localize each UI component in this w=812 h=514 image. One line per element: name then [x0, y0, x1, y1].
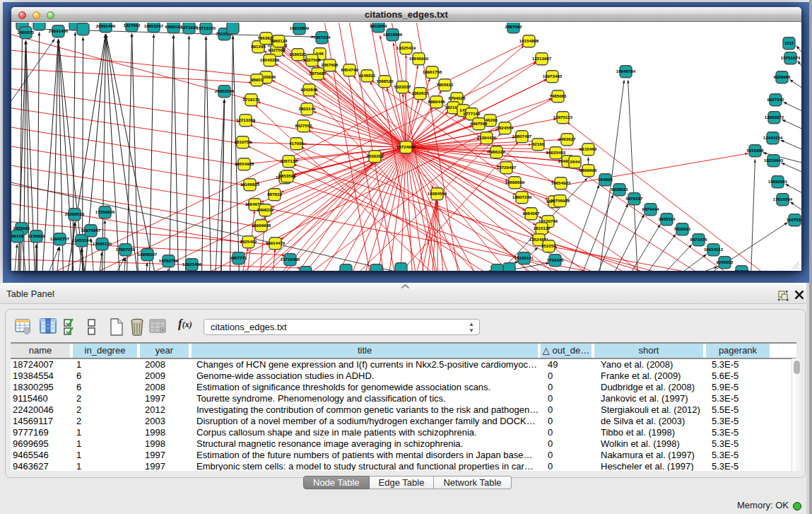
svg-text:9084067: 9084067: [522, 211, 540, 216]
svg-text:20891406: 20891406: [96, 24, 116, 29]
svg-text:20691406: 20691406: [49, 29, 69, 34]
svg-text:8813054: 8813054: [370, 24, 387, 29]
svg-text:1010753: 1010753: [234, 140, 252, 145]
svg-text:18807249: 18807249: [512, 195, 532, 200]
svg-text:9115460: 9115460: [580, 147, 597, 152]
svg-text:5875685: 5875685: [309, 71, 326, 76]
svg-text:18640910: 18640910: [409, 57, 429, 62]
svg-text:21364436: 21364436: [477, 136, 497, 141]
svg-text:9329966: 9329966: [773, 75, 791, 80]
svg-text:6653594: 6653594: [278, 174, 296, 179]
svg-text:7357224: 7357224: [313, 35, 331, 40]
svg-text:8938923: 8938923: [611, 187, 628, 192]
svg-text:12923466: 12923466: [182, 262, 202, 267]
svg-text:20756928: 20756928: [551, 199, 570, 204]
svg-text:12213369: 12213369: [236, 118, 256, 123]
svg-text:14136141: 14136141: [514, 256, 534, 261]
svg-text:12505135: 12505135: [93, 242, 112, 247]
svg-text:1156829: 1156829: [28, 234, 45, 239]
svg-text:1615132: 1615132: [533, 226, 551, 231]
svg-text:8471676: 8471676: [690, 238, 707, 243]
svg-text:98901: 98901: [251, 78, 264, 83]
svg-text:12444154: 12444154: [763, 136, 783, 141]
svg-text:6497568: 6497568: [470, 122, 488, 127]
svg-text:19218506: 19218506: [383, 33, 403, 37]
svg-text:15692901: 15692901: [768, 180, 788, 185]
svg-text:10653267: 10653267: [144, 24, 164, 29]
svg-text:19654923: 19654923: [551, 181, 571, 186]
svg-text:10210643: 10210643: [764, 158, 784, 163]
svg-text:2935114: 2935114: [659, 217, 676, 222]
svg-text:16648784: 16648784: [616, 69, 636, 74]
svg-text:9699695: 9699695: [579, 168, 597, 173]
svg-text:16782759: 16782759: [159, 259, 179, 264]
svg-text:10958107: 10958107: [138, 252, 158, 257]
svg-text:2687682: 2687682: [505, 25, 522, 30]
svg-text:7955812: 7955812: [436, 83, 454, 88]
svg-text:17359926: 17359926: [95, 210, 115, 215]
svg-text:13325419: 13325419: [396, 46, 416, 51]
svg-text:17016504: 17016504: [773, 197, 793, 202]
svg-text:2644: 2644: [570, 160, 580, 165]
svg-text:2405572: 2405572: [17, 30, 35, 35]
svg-text:10654112: 10654112: [704, 247, 724, 252]
svg-text:7632621: 7632621: [673, 227, 691, 232]
svg-text:9146821: 9146821: [358, 74, 376, 78]
svg-text:3267130: 3267130: [280, 159, 298, 164]
svg-text:5215958: 5215958: [746, 148, 764, 153]
svg-text:20206526: 20206526: [65, 212, 85, 217]
svg-text:19384554: 19384554: [428, 192, 447, 197]
svg-text:1071918: 1071918: [180, 25, 198, 30]
svg-text:8186323: 8186323: [289, 52, 307, 57]
svg-text:9857771: 9857771: [230, 256, 247, 261]
svg-text:15909948: 15909948: [252, 223, 271, 228]
svg-text:11451194: 11451194: [72, 238, 91, 243]
svg-text:1327602: 1327602: [123, 23, 141, 28]
svg-text:10807487: 10807487: [512, 134, 532, 139]
svg-text:1733426: 1733426: [546, 258, 564, 263]
svg-text:8454749: 8454749: [341, 68, 358, 73]
svg-text:6879197: 6879197: [625, 197, 643, 201]
svg-text:2530203: 2530203: [366, 154, 384, 159]
svg-text:10688609: 10688609: [505, 180, 525, 185]
svg-text:1292346: 1292346: [297, 270, 314, 271]
svg-text:8990448: 8990448: [428, 100, 445, 105]
svg-text:12093872: 12093872: [765, 115, 784, 120]
svg-text:9777169: 9777169: [463, 112, 481, 117]
svg-text:924505: 924505: [734, 269, 749, 271]
svg-text:9245052: 9245052: [716, 260, 734, 265]
svg-text:3624554: 3624554: [496, 126, 514, 131]
svg-text:16654985: 16654985: [235, 162, 254, 167]
svg-text:15720407: 15720407: [497, 165, 517, 170]
svg-text:12975115: 12975115: [553, 115, 573, 120]
svg-text:9327508: 9327508: [303, 58, 321, 63]
svg-text:18724007: 18724007: [396, 145, 416, 150]
svg-text:9227342: 9227342: [767, 98, 784, 103]
svg-text:1588520: 1588520: [376, 79, 394, 84]
svg-text:12213967: 12213967: [532, 57, 552, 62]
svg-text:7625402: 7625402: [240, 240, 257, 245]
svg-text:10025453: 10025453: [546, 151, 566, 156]
svg-text:19166825: 19166825: [240, 182, 260, 187]
svg-text:15751074: 15751074: [781, 56, 801, 61]
svg-text:1167534: 1167534: [787, 218, 801, 223]
svg-text:16543382: 16543382: [260, 58, 280, 63]
svg-text:16154808: 16154808: [519, 39, 539, 44]
svg-text:12942757: 12942757: [50, 237, 70, 242]
svg-text:8960124: 8960124: [270, 39, 288, 44]
svg-text:16713155: 16713155: [196, 26, 216, 31]
svg-text:17957255: 17957255: [116, 247, 136, 252]
svg-text:9327503: 9327503: [268, 48, 286, 53]
svg-text:1362615: 1362615: [411, 91, 429, 96]
svg-text:2718170: 2718170: [242, 98, 260, 103]
svg-text:20053346: 20053346: [215, 89, 235, 94]
svg-text:16033809: 16033809: [290, 26, 310, 31]
svg-text:417006: 417006: [289, 141, 304, 146]
svg-text:30975867: 30975867: [81, 228, 101, 233]
svg-text:7986322: 7986322: [488, 150, 505, 155]
svg-text:3498222: 3498222: [257, 208, 274, 213]
svg-text:16961758: 16961758: [423, 70, 442, 75]
svg-text:2367608: 2367608: [321, 63, 339, 68]
svg-text:891295: 891295: [251, 44, 266, 49]
svg-text:15716485: 15716485: [281, 257, 300, 262]
